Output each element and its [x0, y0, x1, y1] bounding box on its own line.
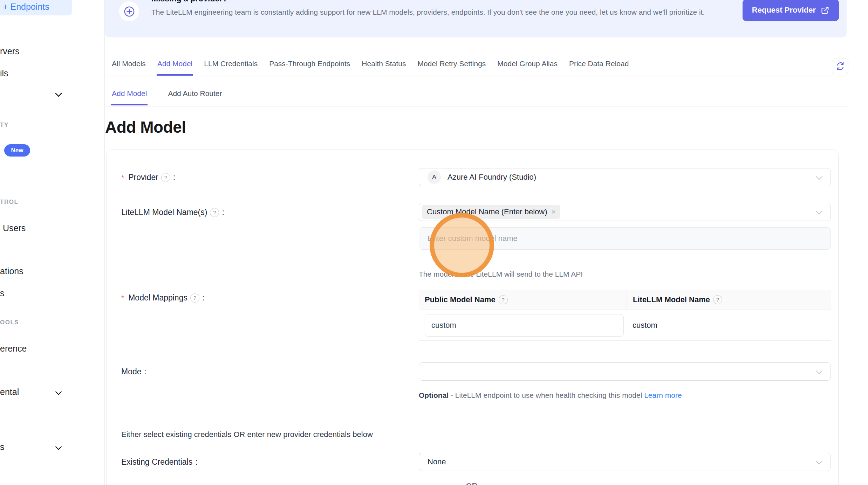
subtab-add-auto-router[interactable]: Add Auto Router — [168, 89, 222, 98]
help-icon[interactable]: ? — [499, 295, 508, 304]
existing-credentials-label-text: Existing Credentials — [121, 457, 192, 467]
existing-credentials-label: Existing Credentials: — [121, 457, 198, 467]
custom-model-name-input[interactable] — [419, 227, 831, 250]
mode-select[interactable] — [419, 362, 831, 381]
label-colon: : — [144, 367, 146, 376]
new-badge: New — [4, 144, 30, 157]
sidebar-item-endpoints[interactable]: + Endpoints — [0, 0, 72, 15]
model-names-label: LiteLLM Model Name(s) ?: — [121, 208, 224, 217]
provider-select[interactable]: A Azure AI Foundry (Studio) — [419, 168, 831, 186]
tab-llm-credentials[interactable]: LLM Credentials — [204, 60, 258, 68]
sidebar-item-api-reference[interactable]: erence — [0, 344, 27, 354]
custom-model-helper-text: The model name LiteLLM will send to the … — [419, 270, 583, 278]
sidebar-item-experimental[interactable]: ental — [0, 387, 19, 397]
missing-provider-banner: Missing a provider? The LiteLLM engineer… — [105, 0, 847, 37]
model-name-tag-label: Custom Model Name (Enter below) — [427, 207, 547, 216]
mode-helper-text: Optional - LiteLLM endpoint to use when … — [419, 388, 705, 402]
banner-description: The LiteLLM engineering team is constant… — [151, 7, 712, 18]
sidebar: + Endpoints rvers ils TY New TROL Users … — [0, 0, 105, 485]
model-mappings-label-text: Model Mappings — [128, 293, 187, 303]
chevron-down-icon[interactable] — [55, 90, 62, 97]
sidebar-item-endpoints-label: + Endpoints — [3, 2, 49, 12]
add-model-form-card: * Provider ?: A Azure AI Foundry (Studio… — [106, 150, 839, 485]
refresh-button[interactable] — [832, 58, 848, 74]
label-colon: : — [222, 208, 224, 217]
sidebar-item-guardrails[interactable]: ils — [0, 68, 8, 78]
request-provider-label: Request Provider — [752, 6, 816, 15]
tab-add-model[interactable]: Add Model — [157, 60, 192, 68]
tab-model-retry-settings[interactable]: Model Retry Settings — [417, 60, 486, 68]
provider-label: * Provider ?: — [121, 173, 175, 182]
model-mappings-label: * Model Mappings ?: — [121, 293, 204, 303]
public-model-name-input[interactable] — [425, 314, 624, 337]
provider-label-text: Provider — [128, 173, 158, 182]
litellm-model-name-header-text: LiteLLM Model Name — [633, 295, 710, 304]
sidebar-section-header-access-control: TROL — [0, 199, 18, 206]
help-icon[interactable]: ? — [190, 293, 199, 303]
sidebar-item-organizations[interactable]: ations — [0, 266, 23, 276]
remove-tag-icon[interactable]: × — [552, 208, 556, 216]
tab-price-data-reload[interactable]: Price Data Reload — [569, 60, 629, 68]
chevron-down-icon — [816, 208, 822, 214]
model-name-tag: Custom Model Name (Enter below) × — [422, 205, 560, 219]
model-mappings-header-row: Public Model Name ? LiteLLM Model Name ? — [419, 290, 831, 310]
help-glyph: ? — [502, 297, 505, 303]
help-icon[interactable]: ? — [161, 173, 170, 182]
public-model-name-header-text: Public Model Name — [425, 295, 495, 304]
mode-label: Mode: — [121, 367, 146, 376]
chevron-down-icon — [816, 458, 822, 464]
subtab-add-model[interactable]: Add Model — [112, 89, 147, 98]
label-colon: : — [173, 173, 175, 182]
external-link-icon — [821, 6, 829, 15]
help-glyph: ? — [193, 295, 196, 301]
existing-credentials-value: None — [428, 457, 446, 466]
tab-all-models[interactable]: All Models — [112, 60, 146, 68]
litellm-model-name-header: LiteLLM Model Name ? — [627, 290, 831, 310]
new-badge-label: New — [11, 147, 23, 154]
chevron-down-icon — [816, 368, 822, 374]
add-model-subtabs: Add Model Add Auto Router — [105, 89, 848, 106]
mode-label-text: Mode — [121, 367, 142, 376]
credentials-note: Either select existing credentials OR en… — [121, 430, 373, 439]
sidebar-item-users[interactable]: Users — [3, 223, 26, 233]
request-provider-button[interactable]: Request Provider — [743, 0, 839, 21]
sidebar-item-settings[interactable]: s — [0, 442, 5, 452]
model-mapping-row: custom — [419, 310, 831, 341]
model-tabs: All Models Add Model LLM Credentials Pas… — [105, 60, 848, 76]
sidebar-item-teams[interactable]: s — [0, 288, 5, 298]
litellm-model-name-cell: custom — [627, 321, 831, 330]
mode-helper-bold: Optional — [419, 391, 449, 399]
tab-health-status[interactable]: Health Status — [362, 60, 406, 68]
tab-model-group-alias[interactable]: Model Group Alias — [497, 60, 558, 68]
refresh-icon — [836, 62, 845, 71]
sidebar-section-header: TY — [0, 122, 9, 129]
required-asterisk: * — [121, 294, 124, 302]
provider-selected-value: Azure AI Foundry (Studio) — [447, 173, 536, 182]
learn-more-link[interactable]: Learn more — [644, 391, 682, 399]
banner-title: Missing a provider? — [151, 0, 227, 4]
required-asterisk: * — [121, 173, 124, 182]
help-glyph: ? — [213, 209, 216, 215]
label-colon: : — [202, 293, 204, 303]
plus-circle-icon — [119, 1, 139, 21]
chevron-down-icon[interactable] — [55, 388, 62, 395]
chevron-down-icon — [816, 173, 822, 180]
sidebar-item-mcp-servers[interactable]: rvers — [0, 46, 20, 56]
page-title: Add Model — [105, 118, 186, 137]
help-glyph: ? — [164, 174, 167, 180]
help-icon[interactable]: ? — [713, 295, 722, 304]
public-model-name-header: Public Model Name ? — [419, 295, 627, 304]
sidebar-section-header-tools: OOLS — [0, 319, 19, 326]
or-divider: OR — [460, 481, 483, 485]
chevron-down-icon[interactable] — [55, 443, 62, 450]
tab-pass-through-endpoints[interactable]: Pass-Through Endpoints — [269, 60, 350, 68]
mode-helper-rest: - LiteLLM endpoint to use when health ch… — [449, 391, 644, 399]
help-glyph: ? — [716, 297, 719, 303]
public-model-name-cell — [419, 314, 627, 337]
help-icon[interactable]: ? — [210, 208, 219, 217]
model-mappings-table: Public Model Name ? LiteLLM Model Name ?… — [419, 290, 831, 341]
existing-credentials-select[interactable]: None — [419, 453, 831, 471]
model-names-select[interactable]: Custom Model Name (Enter below) × — [419, 203, 831, 221]
provider-avatar: A — [428, 171, 441, 184]
model-names-label-text: LiteLLM Model Name(s) — [121, 208, 207, 217]
